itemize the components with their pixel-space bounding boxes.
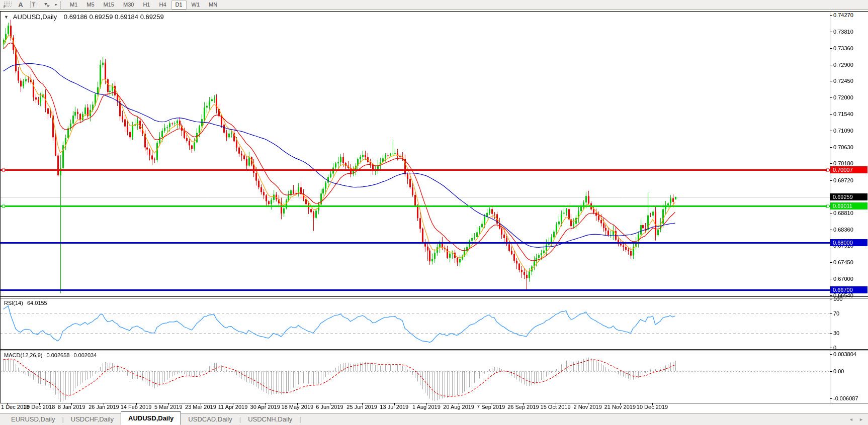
x-axis-tick-mark (588, 403, 588, 405)
y-axis-tick-label: 0.71540 (833, 111, 853, 117)
chart-tab-bar: EURUSD,Daily|USDCHF,DailyAUDUSD,DailyUSD… (0, 413, 868, 425)
y-axis-tick-label: 0.68360 (833, 227, 853, 233)
arrows-tool-icon[interactable] (41, 1, 52, 9)
fibonacci-tool-icon[interactable]: F (2, 1, 13, 9)
text-label-tool-icon[interactable]: A (15, 1, 26, 9)
macd-axis-tick-mark (830, 398, 832, 399)
trading-terminal-window: FAT▾M1M5M15M30H1H4D1W1MN ▼ AUDUSD,Daily … (0, 0, 868, 425)
tab-scroll-left-button[interactable]: ◄ (849, 417, 853, 422)
x-axis-tick-mark (652, 403, 653, 405)
y-axis-tick-mark (830, 230, 832, 230)
x-axis-tick-mark (459, 403, 459, 405)
timeframe-button-h1[interactable]: H1 (139, 0, 154, 10)
chart-title: ▼ AUDUSD,Daily 0.69186 0.69259 0.69184 0… (4, 13, 164, 21)
chart-left-border (0, 11, 1, 403)
macd-name: MACD(12,26,9) (4, 352, 42, 358)
timeframe-button-d1[interactable]: D1 (171, 0, 187, 10)
arrows-icon-glyph (43, 2, 50, 8)
y-axis-tick-label: 0.74270 (833, 12, 853, 18)
price-line-label-chip: 0.66700 (830, 286, 867, 293)
x-axis-tick-mark (394, 403, 395, 405)
y-axis-tick-mark (830, 81, 832, 81)
text-box-tool-icon[interactable]: T (28, 1, 39, 9)
arrows-tool-caret-icon[interactable]: ▾ (55, 3, 57, 7)
timeframe-button-h4[interactable]: H4 (155, 0, 170, 10)
x-axis-tick-mark (556, 403, 556, 405)
rsi-axis-tick-mark (830, 348, 832, 348)
y-axis-tick-mark (830, 262, 832, 263)
y-axis-tick-mark (830, 279, 832, 279)
macd-axis-tick-mark (830, 371, 832, 372)
y-axis-tick-mark (830, 65, 832, 65)
rsi-name: RSI(14) (4, 300, 23, 306)
y-axis-tick-label: 0.67000 (833, 276, 853, 282)
x-axis-tick-mark (491, 403, 491, 405)
chart-ohlc-values: 0.69186 0.69259 0.69184 0.69259 (64, 13, 164, 21)
x-axis-tick-mark (265, 403, 266, 405)
rsi-axis-tick-mark (830, 299, 832, 299)
y-axis-tick-label: 0.72450 (833, 78, 853, 84)
macd-indicator-label: MACD(12,26,9) 0.002658 0.002034 (4, 352, 99, 358)
y-axis-tick-mark (830, 97, 832, 98)
y-axis-tick-label: 0.68810 (833, 210, 853, 216)
y-axis-tick-mark (830, 32, 832, 32)
y-axis-tick-label: 0.67450 (833, 259, 853, 265)
timeframe-button-m30[interactable]: M30 (119, 0, 138, 10)
current-price-chip: 0.69259 (830, 193, 867, 200)
chart-toolbar: FAT▾M1M5M15M30H1H4D1W1MN (0, 0, 868, 10)
x-axis-tick-mark (104, 403, 104, 405)
chart-tab-usdcnh-daily[interactable]: USDCNH,Daily (241, 413, 299, 425)
y-axis-tick-mark (830, 163, 832, 164)
rsi-axis-tick-label: 100 (833, 296, 842, 302)
price-line-label-chip: 0.68000 (830, 239, 867, 246)
y-axis-tick-mark (830, 114, 832, 115)
y-axis-tick-mark (830, 15, 832, 16)
timeframe-button-mn[interactable]: MN (205, 0, 221, 10)
timeframe-button-m1[interactable]: M1 (66, 0, 81, 10)
x-axis-tick-mark (297, 403, 298, 405)
x-axis-tick-mark (233, 403, 233, 405)
timeframe-button-w1[interactable]: W1 (188, 0, 204, 10)
chart-symbol-period: AUDUSD,Daily (13, 13, 57, 21)
y-axis-tick-label: 0.71090 (833, 128, 853, 134)
chart-canvas[interactable] (0, 11, 830, 403)
x-axis-tick-mark (362, 403, 363, 405)
tab-scroll-right-button[interactable]: ► (859, 417, 863, 422)
chart-tab-audusd-daily[interactable]: AUDUSD,Daily (121, 411, 181, 425)
panel-border-line (0, 298, 868, 298)
rsi-axis-tick-label: 0 (833, 345, 836, 351)
svg-text:F: F (4, 5, 6, 9)
macd-main-value: 0.002658 (46, 352, 69, 358)
macd-axis-tick-label: 0.003804 (833, 351, 856, 357)
toolbar-grip (60, 2, 62, 9)
timeframe-button-m15[interactable]: M15 (100, 0, 118, 10)
symbol-dropdown-icon[interactable]: ▼ (4, 15, 9, 20)
y-axis-tick-label: 0.70180 (833, 160, 853, 166)
macd-axis-tick-label: -0.006087 (833, 395, 858, 401)
y-axis-tick-mark (830, 48, 832, 49)
y-axis-tick-label: 0.70630 (833, 144, 853, 150)
text-box-glyph: T (30, 2, 37, 8)
chart-tab-usdchf-daily[interactable]: USDCHF,Daily (64, 413, 121, 425)
timeframe-button-m5[interactable]: M5 (82, 0, 98, 10)
rsi-indicator-label: RSI(14) 64.0155 (4, 300, 50, 306)
panel-border-line (0, 351, 868, 351)
x-axis-tick-mark (39, 403, 40, 405)
x-axis-tick-mark (523, 403, 524, 405)
y-axis-tick-label: 0.72000 (833, 94, 853, 100)
y-axis-tick-mark (830, 213, 832, 214)
rsi-current-value: 64.0155 (27, 300, 47, 306)
y-axis-tick-label: 0.73360 (833, 45, 853, 51)
y-axis-tick-mark (830, 147, 832, 148)
y-axis-tick-mark (830, 295, 832, 296)
x-axis-tick-mark (620, 403, 621, 405)
macd-signal-value: 0.002034 (73, 352, 97, 358)
x-axis-tick-mark (71, 403, 72, 405)
rsi-axis-tick-label: 70 (833, 310, 839, 316)
chart-tab-eurusd-daily[interactable]: EURUSD,Daily (4, 413, 62, 425)
price-line-label-chip: 0.70007 (830, 166, 867, 173)
y-axis-tick-label: 0.69720 (833, 177, 853, 183)
rsi-axis-tick-mark (830, 313, 832, 314)
y-axis-tick-label: 0.72900 (833, 62, 853, 68)
chart-tab-usdcad-daily[interactable]: USDCAD,Daily (181, 413, 239, 425)
